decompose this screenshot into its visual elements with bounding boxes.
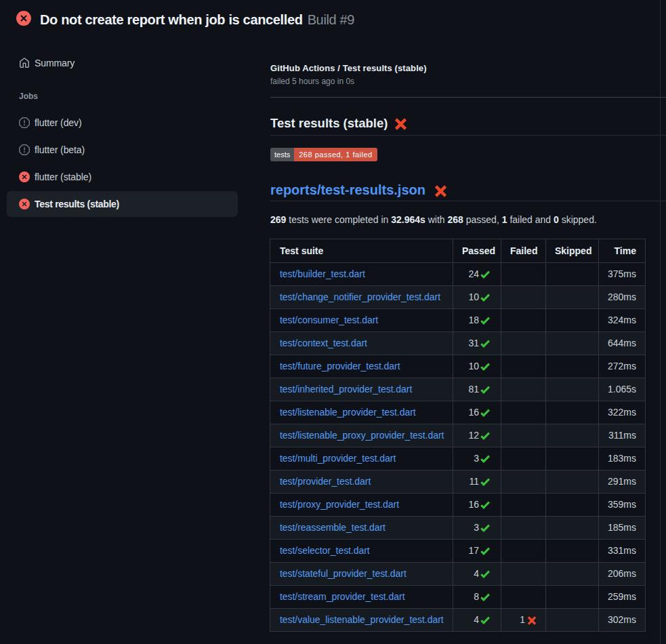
- cell-passed: 17: [453, 540, 501, 563]
- passed-count: 24: [468, 267, 479, 281]
- cell-passed: 4: [453, 609, 501, 632]
- cell-skipped: [546, 378, 599, 401]
- results-table: Test suite Passed Failed Skipped Time te…: [270, 239, 646, 632]
- table-row: test/listenable_provider_test.dart16 322…: [270, 401, 646, 424]
- cell-passed: 8: [453, 586, 501, 609]
- x-circle-fill-icon: [19, 172, 30, 182]
- table-row: test/stream_provider_test.dart8 259ms: [270, 586, 646, 609]
- stop-icon: [19, 117, 30, 128]
- suite-link[interactable]: test/stream_provider_test.dart: [280, 591, 404, 602]
- cell-skipped: [546, 447, 599, 470]
- table-row: test/future_provider_test.dart10 272ms: [270, 355, 646, 378]
- sidebar-job-flutter-beta-[interactable]: flutter (beta): [7, 136, 238, 163]
- cell-passed: 16: [453, 494, 501, 517]
- cell-skipped: [546, 263, 599, 286]
- summary-part: 269: [270, 214, 286, 225]
- passed-count: 12: [468, 428, 479, 443]
- cell-time: 280ms: [599, 286, 646, 309]
- suite-link[interactable]: test/proxy_provider_test.dart: [280, 499, 399, 510]
- cell-passed: 16: [453, 401, 501, 424]
- check-mark-icon: [480, 385, 490, 394]
- sidebar-summary-label: Summary: [35, 58, 75, 68]
- check-mark-icon: [480, 523, 490, 532]
- suite-link[interactable]: test/future_provider_test.dart: [280, 361, 400, 371]
- passed-count: 17: [468, 544, 479, 558]
- passed-count: 8: [474, 590, 479, 604]
- cell-skipped: [546, 309, 599, 332]
- failed-count: 1: [520, 613, 525, 627]
- job-label: flutter (dev): [35, 117, 82, 128]
- cell-test-suite: test/reassemble_test.dart: [270, 517, 453, 540]
- cell-test-suite: test/selector_test.dart: [270, 540, 453, 563]
- summary-part: passed,: [463, 214, 502, 225]
- check-mark-icon: [480, 592, 490, 601]
- check-mark-icon: [480, 293, 490, 302]
- sidebar-job-test-results-stable-[interactable]: Test results (stable): [7, 191, 238, 217]
- cell-skipped: [546, 517, 599, 540]
- passed-count: 3: [474, 451, 479, 466]
- table-row: test/context_test.dart31 644ms: [270, 332, 646, 355]
- cell-failed: [501, 517, 546, 540]
- sidebar-item-summary[interactable]: Summary: [7, 51, 238, 75]
- check-mark-icon: [480, 339, 490, 348]
- summary-part: skipped.: [559, 214, 597, 225]
- cell-time: 331ms: [599, 540, 646, 563]
- suite-link[interactable]: test/listenable_provider_test.dart: [280, 407, 416, 418]
- summary-part: 32.964s: [391, 214, 425, 225]
- cell-skipped: [546, 401, 599, 424]
- cell-test-suite: test/builder_test.dart: [270, 263, 453, 286]
- suite-link[interactable]: test/context_test.dart: [280, 338, 367, 348]
- summary-line: 269 tests were completed in 32.964s with…: [270, 213, 666, 227]
- suite-link[interactable]: test/reassemble_test.dart: [280, 522, 386, 533]
- run-title: Do not create report when job is cancell…: [40, 12, 303, 28]
- report-title-link[interactable]: reports/test-results.json: [270, 181, 666, 201]
- passed-count: 31: [468, 336, 479, 350]
- cell-time: 302ms: [599, 609, 646, 632]
- passed-count: 10: [468, 359, 479, 374]
- sidebar-job-flutter-dev-[interactable]: flutter (dev): [7, 109, 238, 136]
- col-passed: Passed: [453, 239, 501, 263]
- run-header: Do not create report when job is cancell…: [16, 11, 354, 28]
- cell-time: 1.065s: [599, 378, 646, 401]
- cell-failed: [501, 355, 546, 378]
- cell-test-suite: test/value_listenable_provider_test.dart: [270, 609, 453, 632]
- suite-link[interactable]: test/consumer_test.dart: [280, 315, 378, 325]
- table-row: test/consumer_test.dart18 324ms: [270, 309, 646, 332]
- home-icon: [19, 58, 30, 68]
- cell-failed: 1: [501, 609, 546, 632]
- suite-link[interactable]: test/builder_test.dart: [280, 268, 365, 279]
- suite-link[interactable]: test/stateful_provider_test.dart: [280, 568, 407, 579]
- check-mark-icon: [480, 362, 490, 371]
- check-mark-icon: [480, 454, 490, 463]
- cell-skipped: [546, 355, 599, 378]
- cell-test-suite: test/provider_test.dart: [270, 470, 453, 494]
- cell-passed: 24: [453, 263, 501, 286]
- suite-link[interactable]: test/inherited_provider_test.dart: [280, 384, 412, 395]
- job-label: flutter (stable): [35, 172, 91, 182]
- sidebar-job-flutter-stable-[interactable]: flutter (stable): [7, 163, 238, 190]
- check-mark-icon: [480, 316, 490, 325]
- suite-link[interactable]: test/listenable_proxy_provider_test.dart: [280, 430, 444, 441]
- cross-mark-icon: [394, 117, 408, 132]
- cell-time: 324ms: [599, 309, 646, 332]
- passed-count: 4: [474, 567, 479, 581]
- suite-link[interactable]: test/value_listenable_provider_test.dart: [280, 614, 444, 625]
- summary-part: 0: [554, 214, 559, 225]
- x-circle-fill-icon: [19, 199, 30, 209]
- summary-part: failed and: [507, 214, 554, 225]
- passed-count: 10: [468, 290, 479, 304]
- suite-link[interactable]: test/provider_test.dart: [280, 476, 371, 487]
- summary-part: 1: [502, 214, 507, 225]
- cell-time: 359ms: [599, 494, 646, 517]
- breadcrumb: GitHub Actions / Test results (stable): [270, 63, 666, 73]
- cell-test-suite: test/change_notifier_provider_test.dart: [270, 286, 453, 309]
- suite-link[interactable]: test/change_notifier_provider_test.dart: [280, 291, 440, 302]
- suite-link[interactable]: test/multi_provider_test.dart: [280, 453, 396, 464]
- cell-failed: [501, 378, 546, 401]
- suite-link[interactable]: test/selector_test.dart: [280, 545, 370, 556]
- summary-part: with: [425, 214, 448, 225]
- cell-failed: [501, 401, 546, 424]
- cell-time: 259ms: [599, 586, 646, 609]
- table-row: test/inherited_provider_test.dart81 1.06…: [270, 378, 646, 401]
- cell-failed: [501, 540, 546, 563]
